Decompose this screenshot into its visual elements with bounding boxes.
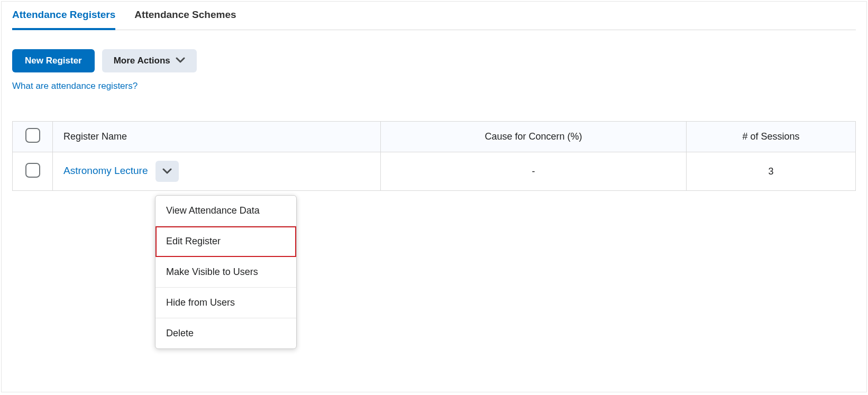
tab-attendance-schemes[interactable]: Attendance Schemes: [134, 9, 236, 30]
row-actions-dropdown: View Attendance Data Edit Register Make …: [155, 195, 297, 349]
table-row: Astronomy Lecture - 3: [13, 152, 856, 191]
select-all-checkbox[interactable]: [25, 128, 40, 143]
header-sessions: # of Sessions: [687, 122, 856, 152]
row-name-cell: Astronomy Lecture: [53, 152, 381, 191]
help-link[interactable]: What are attendance registers?: [12, 81, 138, 91]
dropdown-item-hide-from-users[interactable]: Hide from Users: [156, 288, 296, 318]
page-container: Attendance Registers Attendance Schemes …: [1, 1, 867, 392]
table-header-row: Register Name Cause for Concern (%) # of…: [13, 122, 856, 152]
row-concern-cell: -: [381, 152, 687, 191]
tab-bar: Attendance Registers Attendance Schemes: [12, 2, 856, 30]
more-actions-button[interactable]: More Actions: [102, 49, 197, 72]
new-register-button[interactable]: New Register: [12, 49, 95, 72]
chevron-down-icon: [162, 166, 172, 177]
header-register-name: Register Name: [53, 122, 381, 152]
register-link[interactable]: Astronomy Lecture: [63, 165, 148, 176]
toolbar: New Register More Actions: [12, 30, 856, 81]
dropdown-item-view-attendance-data[interactable]: View Attendance Data: [156, 196, 296, 226]
row-actions-toggle[interactable]: [156, 161, 179, 182]
tab-attendance-registers[interactable]: Attendance Registers: [12, 9, 115, 30]
registers-table: Register Name Cause for Concern (%) # of…: [12, 121, 856, 191]
row-sessions-cell: 3: [687, 152, 856, 191]
dropdown-item-make-visible[interactable]: Make Visible to Users: [156, 257, 296, 288]
more-actions-label: More Actions: [114, 56, 170, 66]
row-select-cell: [13, 152, 53, 191]
row-checkbox[interactable]: [25, 163, 40, 178]
chevron-down-icon: [176, 56, 185, 66]
dropdown-item-delete[interactable]: Delete: [156, 318, 296, 348]
header-cause-for-concern: Cause for Concern (%): [381, 122, 687, 152]
header-select-all: [13, 122, 53, 152]
table-wrap: Register Name Cause for Concern (%) # of…: [12, 121, 856, 191]
dropdown-item-edit-register[interactable]: Edit Register: [156, 226, 296, 257]
